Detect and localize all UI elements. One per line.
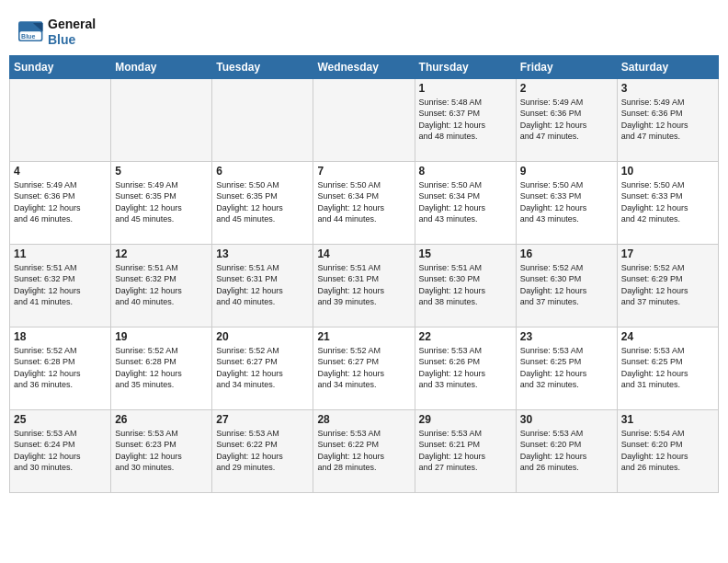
cell-content: Sunrise: 5:52 AM Sunset: 6:30 PM Dayligh…	[520, 262, 613, 308]
cell-content: Sunrise: 5:53 AM Sunset: 6:26 PM Dayligh…	[419, 345, 512, 391]
day-number: 11	[14, 247, 107, 260]
page-header: Blue General Blue	[9, 9, 719, 52]
calendar-cell: 27Sunrise: 5:53 AM Sunset: 6:22 PM Dayli…	[212, 409, 313, 492]
calendar-table: SundayMondayTuesdayWednesdayThursdayFrid…	[9, 55, 719, 493]
day-number: 21	[317, 330, 410, 343]
calendar-cell: 11Sunrise: 5:51 AM Sunset: 6:32 PM Dayli…	[10, 244, 111, 327]
cell-content: Sunrise: 5:50 AM Sunset: 6:33 PM Dayligh…	[520, 179, 613, 225]
calendar-cell: 3Sunrise: 5:49 AM Sunset: 6:36 PM Daylig…	[617, 78, 718, 161]
calendar-cell: 29Sunrise: 5:53 AM Sunset: 6:21 PM Dayli…	[415, 409, 516, 492]
day-number: 2	[520, 82, 613, 95]
day-number: 31	[621, 413, 714, 426]
day-number: 10	[621, 165, 714, 178]
weekday-header-row: SundayMondayTuesdayWednesdayThursdayFrid…	[10, 55, 719, 78]
weekday-header-monday: Monday	[111, 55, 212, 78]
cell-content: Sunrise: 5:53 AM Sunset: 6:21 PM Dayligh…	[419, 428, 512, 474]
cell-content: Sunrise: 5:53 AM Sunset: 6:22 PM Dayligh…	[317, 428, 410, 474]
cell-content: Sunrise: 5:49 AM Sunset: 6:35 PM Dayligh…	[115, 179, 208, 225]
cell-content: Sunrise: 5:50 AM Sunset: 6:34 PM Dayligh…	[419, 179, 512, 225]
day-number: 20	[216, 330, 309, 343]
calendar-week-3: 11Sunrise: 5:51 AM Sunset: 6:32 PM Dayli…	[10, 244, 719, 327]
logo-text: General Blue	[48, 17, 96, 48]
calendar-week-2: 4Sunrise: 5:49 AM Sunset: 6:36 PM Daylig…	[10, 161, 719, 244]
calendar-cell: 16Sunrise: 5:52 AM Sunset: 6:30 PM Dayli…	[516, 244, 617, 327]
day-number: 8	[419, 165, 512, 178]
calendar-cell: 24Sunrise: 5:53 AM Sunset: 6:25 PM Dayli…	[617, 327, 718, 409]
calendar-week-1: 1Sunrise: 5:48 AM Sunset: 6:37 PM Daylig…	[10, 78, 719, 161]
cell-content: Sunrise: 5:53 AM Sunset: 6:25 PM Dayligh…	[520, 345, 613, 391]
calendar-cell: 13Sunrise: 5:51 AM Sunset: 6:31 PM Dayli…	[212, 244, 313, 327]
cell-content: Sunrise: 5:52 AM Sunset: 6:27 PM Dayligh…	[216, 345, 309, 391]
day-number: 19	[115, 330, 208, 343]
calendar-cell: 12Sunrise: 5:51 AM Sunset: 6:32 PM Dayli…	[111, 244, 212, 327]
day-number: 15	[419, 247, 512, 260]
cell-content: Sunrise: 5:51 AM Sunset: 6:31 PM Dayligh…	[317, 262, 410, 308]
calendar-cell: 14Sunrise: 5:51 AM Sunset: 6:31 PM Dayli…	[313, 244, 415, 327]
calendar-cell: 19Sunrise: 5:52 AM Sunset: 6:28 PM Dayli…	[111, 327, 212, 409]
cell-content: Sunrise: 5:49 AM Sunset: 6:36 PM Dayligh…	[14, 179, 107, 225]
day-number: 28	[317, 413, 410, 426]
day-number: 22	[419, 330, 512, 343]
cell-content: Sunrise: 5:50 AM Sunset: 6:35 PM Dayligh…	[216, 179, 309, 225]
day-number: 16	[520, 247, 613, 260]
calendar-week-5: 25Sunrise: 5:53 AM Sunset: 6:24 PM Dayli…	[10, 409, 719, 492]
day-number: 29	[419, 413, 512, 426]
cell-content: Sunrise: 5:51 AM Sunset: 6:31 PM Dayligh…	[216, 262, 309, 308]
calendar-cell	[212, 78, 313, 161]
cell-content: Sunrise: 5:53 AM Sunset: 6:23 PM Dayligh…	[115, 428, 208, 474]
cell-content: Sunrise: 5:52 AM Sunset: 6:27 PM Dayligh…	[317, 345, 410, 391]
day-number: 26	[115, 413, 208, 426]
calendar-cell: 4Sunrise: 5:49 AM Sunset: 6:36 PM Daylig…	[10, 161, 111, 244]
day-number: 1	[419, 82, 512, 95]
cell-content: Sunrise: 5:53 AM Sunset: 6:22 PM Dayligh…	[216, 428, 309, 474]
day-number: 27	[216, 413, 309, 426]
cell-content: Sunrise: 5:50 AM Sunset: 6:34 PM Dayligh…	[317, 179, 410, 225]
day-number: 4	[14, 165, 107, 178]
calendar-cell: 10Sunrise: 5:50 AM Sunset: 6:33 PM Dayli…	[617, 161, 718, 244]
day-number: 24	[621, 330, 714, 343]
calendar-cell: 30Sunrise: 5:53 AM Sunset: 6:20 PM Dayli…	[516, 409, 617, 492]
day-number: 12	[115, 247, 208, 260]
calendar-cell: 5Sunrise: 5:49 AM Sunset: 6:35 PM Daylig…	[111, 161, 212, 244]
day-number: 25	[14, 413, 107, 426]
calendar-cell: 1Sunrise: 5:48 AM Sunset: 6:37 PM Daylig…	[415, 78, 516, 161]
calendar-cell: 28Sunrise: 5:53 AM Sunset: 6:22 PM Dayli…	[313, 409, 415, 492]
weekday-header-friday: Friday	[516, 55, 617, 78]
calendar-cell: 8Sunrise: 5:50 AM Sunset: 6:34 PM Daylig…	[415, 161, 516, 244]
day-number: 30	[520, 413, 613, 426]
cell-content: Sunrise: 5:51 AM Sunset: 6:30 PM Dayligh…	[419, 262, 512, 308]
day-number: 23	[520, 330, 613, 343]
cell-content: Sunrise: 5:53 AM Sunset: 6:24 PM Dayligh…	[14, 428, 107, 474]
cell-content: Sunrise: 5:48 AM Sunset: 6:37 PM Dayligh…	[419, 97, 512, 143]
day-number: 17	[621, 247, 714, 260]
day-number: 9	[520, 165, 613, 178]
calendar-week-4: 18Sunrise: 5:52 AM Sunset: 6:28 PM Dayli…	[10, 327, 719, 409]
weekday-header-saturday: Saturday	[617, 55, 718, 78]
cell-content: Sunrise: 5:52 AM Sunset: 6:28 PM Dayligh…	[14, 345, 107, 391]
cell-content: Sunrise: 5:51 AM Sunset: 6:32 PM Dayligh…	[14, 262, 107, 308]
weekday-header-sunday: Sunday	[10, 55, 111, 78]
cell-content: Sunrise: 5:49 AM Sunset: 6:36 PM Dayligh…	[520, 97, 613, 143]
weekday-header-wednesday: Wednesday	[313, 55, 415, 78]
day-number: 7	[317, 165, 410, 178]
calendar-cell: 9Sunrise: 5:50 AM Sunset: 6:33 PM Daylig…	[516, 161, 617, 244]
day-number: 3	[621, 82, 714, 95]
cell-content: Sunrise: 5:53 AM Sunset: 6:25 PM Dayligh…	[621, 345, 714, 391]
calendar-body: 1Sunrise: 5:48 AM Sunset: 6:37 PM Daylig…	[10, 78, 719, 492]
weekday-header-thursday: Thursday	[415, 55, 516, 78]
logo-icon: Blue	[18, 21, 44, 43]
day-number: 14	[317, 247, 410, 260]
cell-content: Sunrise: 5:53 AM Sunset: 6:20 PM Dayligh…	[520, 428, 613, 474]
calendar-cell: 6Sunrise: 5:50 AM Sunset: 6:35 PM Daylig…	[212, 161, 313, 244]
calendar-cell: 2Sunrise: 5:49 AM Sunset: 6:36 PM Daylig…	[516, 78, 617, 161]
calendar-cell: 15Sunrise: 5:51 AM Sunset: 6:30 PM Dayli…	[415, 244, 516, 327]
calendar-cell: 22Sunrise: 5:53 AM Sunset: 6:26 PM Dayli…	[415, 327, 516, 409]
cell-content: Sunrise: 5:54 AM Sunset: 6:20 PM Dayligh…	[621, 428, 714, 474]
svg-text:Blue: Blue	[21, 33, 35, 40]
calendar-cell: 26Sunrise: 5:53 AM Sunset: 6:23 PM Dayli…	[111, 409, 212, 492]
calendar-cell: 18Sunrise: 5:52 AM Sunset: 6:28 PM Dayli…	[10, 327, 111, 409]
calendar-cell	[10, 78, 111, 161]
day-number: 18	[14, 330, 107, 343]
calendar-cell: 7Sunrise: 5:50 AM Sunset: 6:34 PM Daylig…	[313, 161, 415, 244]
calendar-cell	[313, 78, 415, 161]
